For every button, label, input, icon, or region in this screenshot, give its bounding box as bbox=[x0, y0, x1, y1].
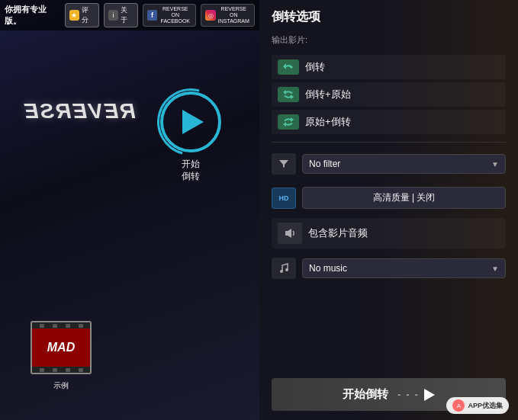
arrow-right-icon bbox=[424, 389, 435, 401]
logo-area: REVERSE bbox=[23, 99, 136, 123]
about-button[interactable]: i 关于 bbox=[104, 3, 138, 27]
output-options: 倒转 倒转+原始 bbox=[272, 55, 506, 134]
original-reverse-icon bbox=[278, 114, 299, 130]
reverse-original-icon bbox=[278, 87, 299, 102]
star-icon: ★ bbox=[69, 10, 79, 21]
speaker-icon bbox=[278, 223, 302, 244]
film-hole bbox=[66, 368, 70, 372]
start-label: 开始倒转 bbox=[343, 387, 388, 402]
divider-1 bbox=[272, 142, 506, 143]
svg-point-1 bbox=[280, 270, 283, 273]
hd-badge: HD bbox=[272, 188, 296, 209]
film-hole bbox=[66, 324, 70, 328]
options-panel: 倒转选项 输出影片: 倒转 bbox=[259, 0, 518, 420]
video-thumbnail[interactable]: MAD bbox=[31, 321, 92, 374]
film-strip-bottom bbox=[32, 367, 90, 373]
top-bar: 你拥有专业版。 ★ 评分 i 关于 f REVERSE ONFACEBOOK ◎… bbox=[0, 0, 259, 30]
film-hole bbox=[79, 368, 83, 372]
film-strip-top bbox=[32, 322, 90, 329]
thumbnail-content: MAD bbox=[32, 329, 90, 367]
output-section-label: 输出影片: bbox=[272, 34, 506, 46]
film-hole bbox=[53, 368, 57, 372]
reverse-icon bbox=[278, 59, 299, 75]
right-panel: 倒转选项 输出影片: 倒转 bbox=[259, 0, 518, 420]
quality-label: 高清质量 | 关闭 bbox=[373, 191, 436, 204]
filter-row: No filter ▼ bbox=[272, 150, 506, 178]
option-reverse-original[interactable]: 倒转+原始 bbox=[272, 82, 506, 107]
film-hole bbox=[40, 368, 44, 372]
facebook-label: REVERSE ONFACEBOOK bbox=[159, 6, 191, 24]
left-panel: 你拥有专业版。 ★ 评分 i 关于 f REVERSE ONFACEBOOK ◎… bbox=[0, 0, 259, 420]
watermark-icon: A bbox=[452, 399, 465, 412]
about-label: 关于 bbox=[121, 5, 134, 25]
rate-label: 评分 bbox=[82, 5, 95, 25]
music-arrow: ▼ bbox=[491, 265, 499, 273]
rate-button[interactable]: ★ 评分 bbox=[65, 3, 99, 27]
start-arrow: - - - bbox=[397, 389, 435, 401]
film-hole bbox=[53, 324, 57, 328]
play-circle bbox=[160, 91, 221, 152]
film-hole bbox=[79, 324, 83, 328]
audio-row[interactable]: 包含影片音频 bbox=[272, 218, 506, 248]
instagram-label: REVERSE ONINSTAGRAM bbox=[217, 6, 250, 24]
facebook-icon: f bbox=[147, 10, 157, 21]
filter-value: No filter bbox=[309, 159, 340, 169]
app-logo: REVERSE bbox=[23, 99, 136, 123]
play-triangle-icon bbox=[182, 110, 204, 134]
music-select[interactable]: No music ▼ bbox=[302, 258, 506, 278]
options-title: 倒转选项 bbox=[272, 9, 506, 25]
svg-point-2 bbox=[285, 268, 288, 271]
play-button[interactable]: 开始 倒转 bbox=[160, 91, 221, 182]
original-reverse-label: 原始+倒转 bbox=[305, 115, 351, 129]
music-row: No music ▼ bbox=[272, 255, 506, 282]
arrow-dots: - - - bbox=[397, 390, 420, 400]
reverse-original-label: 倒转+原始 bbox=[305, 88, 351, 101]
facebook-button[interactable]: f REVERSE ONFACEBOOK bbox=[143, 4, 197, 26]
filter-select[interactable]: No filter ▼ bbox=[302, 154, 506, 174]
svg-marker-0 bbox=[285, 229, 291, 238]
audio-label: 包含影片音频 bbox=[308, 226, 368, 240]
instagram-icon: ◎ bbox=[205, 10, 215, 21]
watermark-text: APP优选集 bbox=[468, 401, 503, 411]
play-label: 开始 倒转 bbox=[182, 159, 200, 182]
instagram-button[interactable]: ◎ REVERSE ONINSTAGRAM bbox=[201, 4, 255, 26]
film-hole bbox=[40, 324, 44, 328]
option-reverse[interactable]: 倒转 bbox=[272, 55, 506, 79]
thumbnail-label: 示例 bbox=[31, 380, 92, 391]
info-icon: i bbox=[108, 10, 118, 21]
pro-label: 你拥有专业版。 bbox=[5, 4, 60, 27]
option-original-reverse[interactable]: 原始+倒转 bbox=[272, 110, 506, 134]
filter-icon bbox=[272, 153, 296, 175]
filter-arrow: ▼ bbox=[491, 160, 499, 168]
watermark-badge: A APP优选集 bbox=[446, 397, 509, 414]
quality-row: HD 高清质量 | 关闭 bbox=[272, 184, 506, 212]
music-value: No music bbox=[309, 263, 347, 274]
reverse-label: 倒转 bbox=[305, 60, 325, 74]
quality-select[interactable]: 高清质量 | 关闭 bbox=[302, 187, 506, 209]
music-icon bbox=[272, 258, 296, 279]
